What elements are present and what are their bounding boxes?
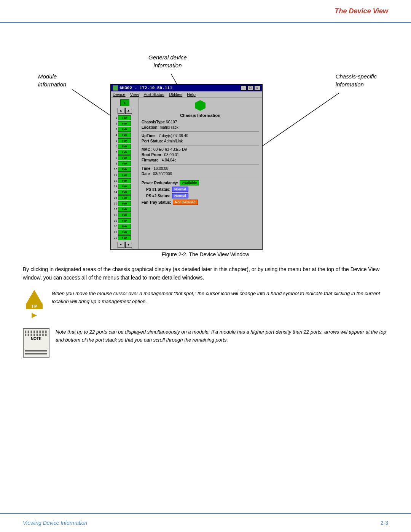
port-row-18: 18 FVD (112, 212, 137, 217)
svg-line-0 (72, 89, 114, 118)
port-12-btn[interactable]: FVD (118, 178, 131, 183)
time-value: : 16:00:08 (151, 166, 168, 171)
time-label: Time (142, 166, 150, 171)
port-row-17: 17 FVD (112, 207, 137, 212)
divider-2 (142, 145, 259, 145)
window-menubar: Device View Port Status Utilities Help (111, 91, 262, 98)
port-1-btn[interactable]: FVD (118, 115, 131, 120)
port-10-btn[interactable]: FVD (118, 167, 131, 172)
firmware-row: Firmware : 4.04.04e (142, 158, 259, 162)
port-5-btn[interactable]: FVD (118, 138, 131, 143)
chassis-type-label: ChassisType (142, 120, 165, 124)
port-row-7: 7 FVD (112, 150, 137, 155)
boot-prom-label: Boot Prom (142, 153, 161, 157)
menu-utilities[interactable]: Utilities (169, 92, 182, 97)
window-icon (113, 85, 118, 91)
port-row-1: 1 FVD (112, 115, 137, 120)
chassis-info-title: Chassis Information (142, 113, 259, 118)
close-button[interactable]: ✕ (254, 85, 260, 91)
note-label: NOTE (25, 337, 47, 341)
menu-port-status[interactable]: Port Status (143, 92, 164, 97)
location-value: matrix rack (160, 125, 178, 129)
port-row-8: 8 FVD (112, 155, 137, 160)
port-row-4: 4 FVD (112, 133, 137, 137)
tip-label: TIP (26, 304, 43, 309)
note-line-3 (25, 353, 47, 354)
menu-device[interactable]: Device (113, 92, 126, 97)
firmware-label: Firmware (142, 158, 158, 162)
port-status-label: Port Status: (142, 139, 163, 143)
note-box: NOTE Note that up to 22 ports can be dis… (23, 328, 388, 358)
scroll-up-right[interactable]: ▲ (125, 108, 132, 114)
note-line-4 (25, 355, 47, 355)
port-15-btn[interactable]: FVD (118, 195, 131, 200)
port-14-btn[interactable]: FVD (118, 190, 131, 195)
port-2-btn[interactable]: FVD (118, 121, 131, 126)
port-16-btn[interactable]: FVD (118, 201, 131, 206)
port-row-12: 12 FVD (112, 178, 137, 183)
chassis-hex-icon (195, 100, 206, 111)
port-6-btn[interactable]: FVD (118, 144, 131, 149)
ps2-row: PS #2 Status: Normal (142, 193, 259, 198)
port-7-btn[interactable]: FVD (118, 150, 131, 155)
minimize-button[interactable]: _ (241, 85, 247, 91)
port-11-btn[interactable]: FVD (118, 173, 131, 177)
port-row-14: 14 FVD (112, 190, 137, 195)
maximize-button[interactable]: □ (247, 85, 253, 91)
page-title: The Device View (335, 7, 388, 15)
port-up-arrows: ▲ ▲ (112, 108, 137, 114)
power-redundancy-badge: Available (180, 180, 199, 185)
label-chassis: Chassis-specific information (336, 72, 377, 88)
scroll-down-right[interactable]: ▼ (125, 242, 132, 248)
power-redundancy-row: Power Redundancy: Available (142, 180, 259, 185)
info-panel: Chassis Information ChassisType 6C107 Lo… (139, 98, 262, 249)
tip-icon-container: TIP ▶ (23, 290, 46, 319)
tip-triangle-icon (26, 290, 43, 304)
port-13-btn[interactable]: FVD (118, 184, 131, 189)
body-text: By clicking in designated areas of the c… (23, 265, 388, 282)
menu-help[interactable]: Help (187, 92, 196, 97)
port-20-btn[interactable]: FVD (118, 224, 131, 229)
divider-1 (142, 131, 259, 132)
port-17-btn[interactable]: FVD (118, 207, 131, 212)
firmware-value: : 4.04.04e (159, 158, 176, 162)
port-row-13: 13 FVD (112, 184, 137, 189)
port-3-btn[interactable]: FVD (118, 127, 131, 132)
scroll-down-left[interactable]: ▼ (118, 242, 124, 248)
chassis-type-value: 6C107 (166, 120, 177, 124)
window-title: 6H302 - 172.19.59.111 (119, 86, 172, 90)
port-4-btn[interactable]: FVD (118, 133, 131, 137)
chassis-type-row: ChassisType 6C107 (142, 120, 259, 124)
label-module: Module information (38, 72, 66, 88)
scroll-up-left[interactable]: ▲ (118, 108, 124, 114)
uptime-label: UpTime (142, 134, 156, 138)
tip-text: When you move the mouse cursor over a ma… (52, 290, 388, 306)
mac-value: : 00-E0-63-4B:E5-D9 (151, 147, 187, 152)
port-row-22: 22 FVD (112, 235, 137, 240)
mac-row: MAC : 00-E0-63-4B:E5-D9 (142, 147, 259, 152)
note-squiggle (25, 331, 47, 333)
note-lines (25, 350, 47, 355)
window-titlebar: 6H302 - 172.19.59.111 _ □ ✕ (111, 85, 262, 91)
note-squiggle-2 (25, 334, 47, 336)
date-label: Date (142, 172, 150, 176)
port-22-btn[interactable]: FVD (118, 235, 131, 240)
port-18-btn[interactable]: FVD (118, 212, 131, 217)
port-down-arrows: ▼ ▼ (112, 242, 137, 248)
port-row-6: 6 FVD (112, 144, 137, 149)
port-row-20: 20 FVD (112, 224, 137, 229)
port-status-value: Admin/Link (164, 139, 183, 143)
titlebar-left: 6H302 - 172.19.59.111 (113, 85, 172, 91)
menu-view[interactable]: View (130, 92, 139, 97)
location-label: Location: (142, 125, 159, 129)
page-header: The Device View (0, 0, 411, 23)
port-19-btn[interactable]: FVD (118, 218, 131, 223)
port-21-btn[interactable]: FVD (118, 230, 131, 235)
port-row-9: 9 FVD (112, 161, 137, 166)
port-panel: 4 ▲ ▲ 1 FVD 2 FVD 3 (111, 98, 139, 249)
port-row-16: 16 FVD (112, 201, 137, 206)
port-8-btn[interactable]: FVD (118, 155, 131, 160)
port-9-btn[interactable]: FVD (118, 161, 131, 166)
window-controls[interactable]: _ □ ✕ (241, 85, 260, 91)
port-status-row: Port Status: Admin/Link (142, 139, 259, 143)
